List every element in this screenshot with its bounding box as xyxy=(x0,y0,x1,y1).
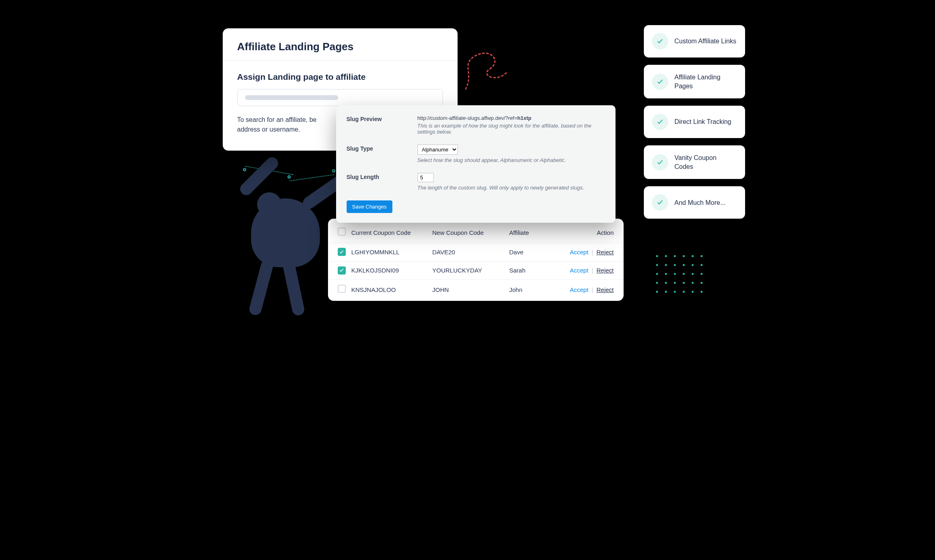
row-checkbox[interactable] xyxy=(338,266,346,275)
affiliate-name: John xyxy=(509,286,558,293)
affiliate-name: Dave xyxy=(509,249,558,256)
features-list: Custom Affiliate LinksAffiliate Landing … xyxy=(644,25,745,226)
slug-preview-url: http://custom-affiliate-slugs.affwp.dev/… xyxy=(417,115,605,121)
check-icon xyxy=(652,194,668,211)
table-row: KNSJNAJOLOOJOHNJohnAccept|Reject xyxy=(328,280,624,299)
slug-length-input[interactable] xyxy=(417,173,434,182)
current-code: KNSJNAJOLOO xyxy=(351,286,432,293)
feature-card: Direct Link Tracking xyxy=(644,106,745,138)
slug-length-desc: The length of the custom slug. Will only… xyxy=(417,185,605,191)
new-code: JOHN xyxy=(432,286,509,293)
accept-link[interactable]: Accept xyxy=(570,249,588,256)
check-icon xyxy=(652,154,668,170)
feature-card: Affiliate Landing Pages xyxy=(644,65,745,98)
slug-type-select[interactable]: Alphanumeric xyxy=(417,145,458,155)
col-current: Current Coupon Code xyxy=(351,229,432,236)
feature-card: And Much More... xyxy=(644,186,745,219)
slug-preview-desc: This is an example of how the slug might… xyxy=(417,123,605,135)
feature-label: Vanity Coupon Codes xyxy=(675,153,737,171)
slug-type-desc: Select how the slug should appear, Alpha… xyxy=(417,157,605,163)
feature-label: Affiliate Landing Pages xyxy=(675,73,737,90)
table-row: KJKLKOJSDNI09YOURLUCKYDAYSarahAccept|Rej… xyxy=(328,262,624,280)
new-code: YOURLUCKYDAY xyxy=(432,267,509,274)
table-row: LGHIYOMMNKLLDAVE20DaveAccept|Reject xyxy=(328,243,624,262)
landing-subtitle: Assign Landing page to affiliate xyxy=(237,72,443,82)
new-code: DAVE20 xyxy=(432,249,509,256)
slug-length-label: Slug Length xyxy=(347,173,417,180)
current-code: LGHIYOMMNKLL xyxy=(351,249,432,256)
table-header-row: Current Coupon Code New Coupon Code Affi… xyxy=(328,223,624,243)
save-changes-button[interactable]: Save Changes xyxy=(347,200,392,213)
row-checkbox[interactable] xyxy=(338,285,346,293)
decorative-dots xyxy=(656,255,705,296)
col-affiliate: Affiliate xyxy=(509,229,558,236)
accept-link[interactable]: Accept xyxy=(570,286,588,293)
slug-settings-panel: Slug Preview http://custom-affiliate-slu… xyxy=(336,105,616,223)
col-new: New Coupon Code xyxy=(432,229,509,236)
feature-card: Vanity Coupon Codes xyxy=(644,145,745,179)
reject-link[interactable]: Reject xyxy=(596,286,614,293)
select-all-checkbox[interactable] xyxy=(338,228,346,236)
check-icon xyxy=(652,33,668,49)
affiliate-search-input[interactable] xyxy=(237,89,443,106)
reject-link[interactable]: Reject xyxy=(596,267,614,274)
coupon-approval-table: Current Coupon Code New Coupon Code Affi… xyxy=(328,219,624,301)
feature-label: And Much More... xyxy=(675,198,726,207)
check-icon xyxy=(652,114,668,130)
col-action: Action xyxy=(558,229,614,236)
current-code: KJKLKOJSDNI09 xyxy=(351,267,432,274)
feature-label: Direct Link Tracking xyxy=(675,117,732,126)
affiliate-name: Sarah xyxy=(509,267,558,274)
reject-link[interactable]: Reject xyxy=(596,249,614,256)
accept-link[interactable]: Accept xyxy=(570,267,588,274)
feature-label: Custom Affiliate Links xyxy=(675,37,737,46)
slug-preview-label: Slug Preview xyxy=(347,115,417,122)
row-checkbox[interactable] xyxy=(338,248,346,256)
slug-type-label: Slug Type xyxy=(347,145,417,152)
decorative-illustration xyxy=(211,158,344,320)
landing-title: Affiliate Landing Pages xyxy=(237,40,443,53)
check-icon xyxy=(652,74,668,90)
feature-card: Custom Affiliate Links xyxy=(644,25,745,57)
decorative-scribble xyxy=(458,45,518,97)
